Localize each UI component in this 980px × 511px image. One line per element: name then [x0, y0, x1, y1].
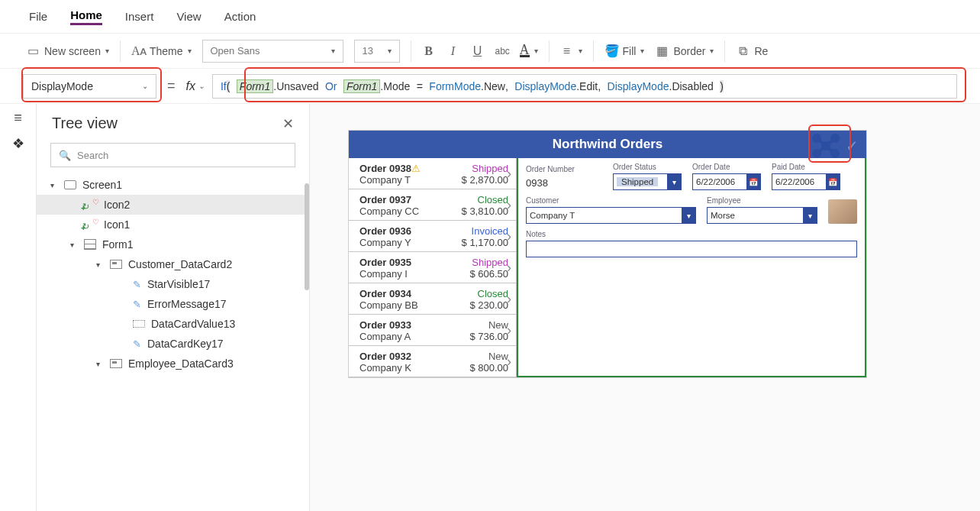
employee-value: Morse [711, 211, 735, 220]
tree-list: ▾Screen1♡+↻Icon2♡+↻Icon1▾Form1▾Customer_… [37, 175, 309, 511]
screen-icon: ▭ [26, 44, 40, 58]
order-row[interactable]: Order 0932NewCompany K$ 800.00› [349, 346, 516, 377]
app-title: Northwind Orders [349, 137, 866, 152]
separator [411, 40, 411, 62]
order-status-select[interactable]: Shipped▾ [613, 173, 682, 190]
tree-item-employee_datacard3[interactable]: ▾Employee_DataCard3 [37, 354, 306, 374]
workspace: ≡ ❖ Tree view ✕ 🔍 Search ▾Screen1♡+↻Icon… [0, 104, 980, 511]
order-row[interactable]: Order 0933NewCompany A$ 736.00› [349, 315, 516, 346]
bold-button[interactable]: B [422, 44, 436, 58]
order-status-value: Shipped [617, 177, 658, 186]
order-row[interactable]: Order 0937ClosedCompany CC$ 3,810.00› [349, 189, 516, 221]
field-label: Customer [526, 196, 696, 205]
tree-view-panel: Tree view ✕ 🔍 Search ▾Screen1♡+↻Icon2♡+↻… [37, 104, 310, 511]
tree-item-errormessage17[interactable]: ✎ErrorMessage17 [37, 294, 306, 314]
app-preview: Northwind Orders ✓ Order 0938⚠ShippedCom… [348, 130, 867, 378]
formula-token: Disabled [672, 80, 713, 92]
menu-insert[interactable]: Insert [125, 10, 154, 23]
border-icon: ▦ [655, 44, 669, 58]
border-button[interactable]: ▦ Border ▾ [655, 44, 714, 58]
fill-icon: 🪣 [604, 44, 618, 58]
search-icon: 🔍 [59, 150, 71, 161]
chevron-right-icon: › [507, 166, 511, 182]
align-button[interactable]: ≡ ▾ [560, 44, 582, 58]
formula-token: ) [720, 80, 724, 92]
tree-item-datacardvalue13[interactable]: DataCardValue13 [37, 314, 306, 334]
fx-button[interactable]: fx ⌄ [186, 79, 205, 93]
order-row[interactable]: Order 0936InvoicedCompany Y$ 1,170.00› [349, 221, 516, 252]
order-row[interactable]: Order 0935ShippedCompany I$ 606.50› [349, 252, 516, 283]
notes-input[interactable] [526, 241, 857, 257]
formula-token: , [505, 80, 508, 92]
theme-button[interactable]: Aᴀ Theme ▾ [131, 44, 192, 58]
tree-item-datacardkey17[interactable]: ✎DataCardKey17 [37, 334, 306, 354]
order-date-picker[interactable]: 6/22/2006📅 [692, 173, 761, 190]
chevron-down-icon: ⌄ [142, 82, 148, 90]
app-titlebar: Northwind Orders ✓ [349, 131, 866, 158]
chevron-right-icon: › [507, 291, 511, 307]
order-row[interactable]: Order 0934ClosedCompany BB$ 230.00› [349, 283, 516, 315]
tree-item-label: Employee_DataCard3 [128, 357, 234, 370]
equals-sign: = [164, 78, 179, 94]
chevron-down-icon: ⌄ [198, 82, 205, 90]
italic-button[interactable]: I [446, 44, 460, 58]
formula-input[interactable]: If( Form1.Unsaved Or Form1.Mode = FormMo… [212, 74, 957, 99]
theme-label: Theme [150, 45, 183, 57]
tree-item-label: Form1 [102, 238, 133, 251]
tree-item-label: Icon2 [104, 199, 130, 211]
hamburger-icon[interactable]: ≡ [14, 110, 22, 126]
font-family-select[interactable]: Open Sans ▾ [202, 40, 343, 63]
property-select[interactable]: DisplayMode ⌄ [23, 74, 156, 99]
tree-item-label: StarVisible17 [147, 278, 210, 290]
chevron-right-icon: › [507, 228, 511, 244]
tree-item-starvisible17[interactable]: ✎StarVisible17 [37, 274, 306, 294]
new-screen-button[interactable]: ▭ New screen ▾ [26, 44, 109, 58]
field-label: Order Date [692, 163, 761, 171]
font-family-value: Open Sans [211, 45, 260, 57]
fx-icon: fx [186, 79, 195, 93]
separator [593, 40, 594, 62]
separator [120, 40, 121, 62]
orders-gallery[interactable]: Order 0938⚠ShippedCompany T$ 2,870.00›Or… [349, 158, 517, 377]
tree-item-icon1[interactable]: ♡+↻Icon1 [37, 215, 306, 234]
calendar-icon: 📅 [746, 174, 760, 189]
chevron-right-icon: › [507, 197, 511, 213]
font-color-button[interactable]: A ▾ [520, 44, 538, 57]
detail-form: Order Number 0938 Order Status Shipped▾ … [517, 158, 866, 377]
menu-home[interactable]: Home [70, 8, 102, 25]
menu-view[interactable]: View [176, 10, 201, 23]
formula-token: Mode [383, 80, 410, 92]
tree-item-screen1[interactable]: ▾Screen1 [37, 175, 306, 195]
tree-item-icon2[interactable]: ♡+↻Icon2 [37, 195, 306, 215]
tree-item-form1[interactable]: ▾Form1 [37, 234, 306, 254]
reorder-button[interactable]: ⧉ Re [736, 44, 768, 58]
menu-action[interactable]: Action [224, 10, 256, 23]
close-icon[interactable]: ✕ [282, 115, 294, 132]
expand-icon: ▾ [96, 360, 104, 368]
layers-icon[interactable]: ❖ [12, 135, 24, 152]
paid-date-picker[interactable]: 6/22/2006📅 [772, 173, 840, 190]
field-label: Notes [526, 230, 857, 238]
fill-button[interactable]: 🪣 Fill ▾ [604, 44, 645, 58]
tree-item-label: DataCardKey17 [147, 338, 224, 350]
customer-select[interactable]: Company T▾ [526, 207, 696, 224]
expand-icon: ▾ [96, 260, 104, 269]
expand-icon: ▾ [50, 181, 58, 189]
tree-item-label: Screen1 [82, 179, 122, 191]
field-label: Order Number [526, 165, 602, 173]
font-size-select[interactable]: 13 ▾ [354, 40, 400, 63]
strike-button[interactable]: abc [495, 46, 509, 57]
formula-token: Form1 [343, 79, 380, 93]
scrollbar[interactable] [305, 183, 309, 290]
tree-item-customer_datacard2[interactable]: ▾Customer_DataCard2 [37, 254, 306, 274]
control-icon: ♡+↻ [84, 199, 98, 210]
left-rail: ≡ ❖ [0, 104, 37, 511]
field-label: Employee [707, 196, 817, 205]
search-input[interactable]: 🔍 Search [50, 143, 295, 167]
order-row[interactable]: Order 0938⚠ShippedCompany T$ 2,870.00› [349, 158, 516, 189]
menu-file[interactable]: File [29, 10, 47, 23]
underline-button[interactable]: U [471, 44, 485, 58]
employee-select[interactable]: Morse▾ [707, 207, 817, 224]
expand-icon: ▾ [70, 241, 78, 249]
formula-token: If [221, 80, 227, 92]
